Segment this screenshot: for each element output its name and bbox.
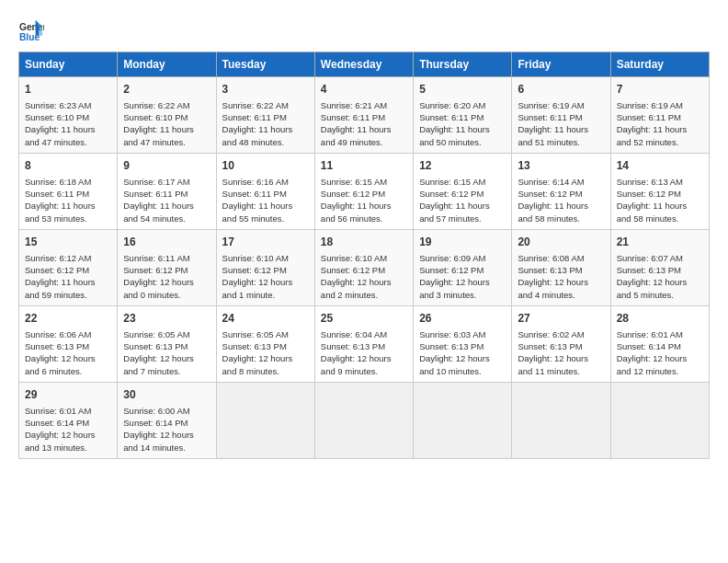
calendar-cell: 14Sunrise: 6:13 AM Sunset: 6:12 PM Dayli… [610,153,709,229]
day-info: Sunrise: 6:07 AM Sunset: 6:13 PM Dayligh… [617,252,703,301]
calendar-cell: 7Sunrise: 6:19 AM Sunset: 6:11 PM Daylig… [610,77,709,154]
day-info: Sunrise: 6:00 AM Sunset: 6:14 PM Dayligh… [123,405,210,454]
calendar-cell: 17Sunrise: 6:10 AM Sunset: 6:12 PM Dayli… [216,229,314,305]
calendar-cell [610,382,709,458]
calendar-cell: 4Sunrise: 6:21 AM Sunset: 6:11 PM Daylig… [314,77,413,154]
calendar-cell: 18Sunrise: 6:10 AM Sunset: 6:12 PM Dayli… [314,229,413,305]
calendar-cell: 22Sunrise: 6:06 AM Sunset: 6:13 PM Dayli… [19,305,118,382]
calendar-week-1: 1Sunrise: 6:23 AM Sunset: 6:10 PM Daylig… [19,77,710,154]
day-number: 23 [123,311,210,327]
calendar-cell: 23Sunrise: 6:05 AM Sunset: 6:13 PM Dayli… [118,305,216,382]
day-number: 4 [321,82,407,98]
day-info: Sunrise: 6:06 AM Sunset: 6:13 PM Dayligh… [25,328,111,377]
day-number: 9 [123,158,210,174]
page-header: General Blue [18,18,710,44]
calendar-cell: 6Sunrise: 6:19 AM Sunset: 6:11 PM Daylig… [512,77,610,154]
weekday-header-sunday: Sunday [19,52,118,77]
day-number: 26 [419,311,506,327]
calendar-cell: 27Sunrise: 6:02 AM Sunset: 6:13 PM Dayli… [512,305,610,382]
calendar-cell: 10Sunrise: 6:16 AM Sunset: 6:11 PM Dayli… [216,153,314,229]
day-number: 12 [419,158,506,174]
day-info: Sunrise: 6:01 AM Sunset: 6:14 PM Dayligh… [617,328,703,377]
day-number: 1 [25,82,111,98]
logo: General Blue [18,18,48,44]
calendar-cell: 28Sunrise: 6:01 AM Sunset: 6:14 PM Dayli… [610,305,709,382]
day-number: 21 [617,235,703,250]
day-number: 28 [617,311,703,327]
day-number: 2 [123,82,210,98]
day-info: Sunrise: 6:18 AM Sunset: 6:11 PM Dayligh… [25,176,111,224]
day-info: Sunrise: 6:19 AM Sunset: 6:11 PM Dayligh… [518,99,604,148]
day-number: 13 [518,158,604,174]
calendar-week-2: 8Sunrise: 6:18 AM Sunset: 6:11 PM Daylig… [19,153,710,229]
day-number: 8 [25,158,111,174]
day-number: 5 [419,82,506,98]
calendar-table: SundayMondayTuesdayWednesdayThursdayFrid… [18,52,710,459]
day-number: 11 [321,158,407,174]
day-number: 16 [123,235,210,250]
calendar-cell: 5Sunrise: 6:20 AM Sunset: 6:11 PM Daylig… [414,77,512,154]
calendar-cell: 13Sunrise: 6:14 AM Sunset: 6:12 PM Dayli… [512,153,610,229]
calendar-cell: 15Sunrise: 6:12 AM Sunset: 6:12 PM Dayli… [19,229,118,305]
logo-icon: General Blue [18,18,44,44]
day-info: Sunrise: 6:13 AM Sunset: 6:12 PM Dayligh… [617,176,703,224]
calendar-cell: 11Sunrise: 6:15 AM Sunset: 6:12 PM Dayli… [314,153,413,229]
day-number: 7 [617,82,703,98]
calendar-cell [216,382,314,458]
calendar-cell: 2Sunrise: 6:22 AM Sunset: 6:10 PM Daylig… [118,77,216,154]
calendar-week-3: 15Sunrise: 6:12 AM Sunset: 6:12 PM Dayli… [19,229,710,305]
day-info: Sunrise: 6:09 AM Sunset: 6:12 PM Dayligh… [419,252,506,301]
day-info: Sunrise: 6:03 AM Sunset: 6:13 PM Dayligh… [419,328,506,377]
weekday-header-tuesday: Tuesday [216,52,314,77]
day-info: Sunrise: 6:08 AM Sunset: 6:13 PM Dayligh… [518,252,604,301]
day-number: 30 [123,387,210,403]
day-info: Sunrise: 6:04 AM Sunset: 6:13 PM Dayligh… [321,328,407,377]
day-number: 14 [617,158,703,174]
day-number: 19 [419,235,506,250]
day-info: Sunrise: 6:10 AM Sunset: 6:12 PM Dayligh… [321,252,407,301]
day-number: 27 [518,311,604,327]
calendar-cell: 1Sunrise: 6:23 AM Sunset: 6:10 PM Daylig… [19,77,118,154]
day-info: Sunrise: 6:05 AM Sunset: 6:13 PM Dayligh… [222,328,309,377]
day-info: Sunrise: 6:22 AM Sunset: 6:11 PM Dayligh… [222,99,309,148]
day-number: 18 [321,235,407,250]
calendar-cell [314,382,413,458]
day-number: 15 [25,235,111,250]
day-info: Sunrise: 6:10 AM Sunset: 6:12 PM Dayligh… [222,252,309,301]
calendar-cell [414,382,512,458]
calendar-week-5: 29Sunrise: 6:01 AM Sunset: 6:14 PM Dayli… [19,382,710,458]
day-info: Sunrise: 6:22 AM Sunset: 6:10 PM Dayligh… [123,99,210,148]
calendar-cell: 9Sunrise: 6:17 AM Sunset: 6:11 PM Daylig… [118,153,216,229]
calendar-week-4: 22Sunrise: 6:06 AM Sunset: 6:13 PM Dayli… [19,305,710,382]
calendar-cell: 3Sunrise: 6:22 AM Sunset: 6:11 PM Daylig… [216,77,314,154]
calendar-cell: 8Sunrise: 6:18 AM Sunset: 6:11 PM Daylig… [19,153,118,229]
day-info: Sunrise: 6:02 AM Sunset: 6:13 PM Dayligh… [518,328,604,377]
weekday-header-saturday: Saturday [610,52,709,77]
weekday-header-wednesday: Wednesday [314,52,413,77]
day-info: Sunrise: 6:15 AM Sunset: 6:12 PM Dayligh… [321,176,407,224]
day-info: Sunrise: 6:20 AM Sunset: 6:11 PM Dayligh… [419,99,506,148]
day-number: 10 [222,158,309,174]
calendar-cell: 24Sunrise: 6:05 AM Sunset: 6:13 PM Dayli… [216,305,314,382]
weekday-header-thursday: Thursday [414,52,512,77]
calendar-cell [512,382,610,458]
day-number: 17 [222,235,309,250]
day-info: Sunrise: 6:12 AM Sunset: 6:12 PM Dayligh… [25,252,111,301]
day-number: 29 [25,387,111,403]
calendar-cell: 19Sunrise: 6:09 AM Sunset: 6:12 PM Dayli… [414,229,512,305]
calendar-cell: 30Sunrise: 6:00 AM Sunset: 6:14 PM Dayli… [118,382,216,458]
day-info: Sunrise: 6:05 AM Sunset: 6:13 PM Dayligh… [123,328,210,377]
header-row: SundayMondayTuesdayWednesdayThursdayFrid… [19,52,710,77]
calendar-cell: 29Sunrise: 6:01 AM Sunset: 6:14 PM Dayli… [19,382,118,458]
calendar-cell: 20Sunrise: 6:08 AM Sunset: 6:13 PM Dayli… [512,229,610,305]
day-info: Sunrise: 6:19 AM Sunset: 6:11 PM Dayligh… [617,99,703,148]
day-info: Sunrise: 6:21 AM Sunset: 6:11 PM Dayligh… [321,99,407,148]
calendar-cell: 26Sunrise: 6:03 AM Sunset: 6:13 PM Dayli… [414,305,512,382]
day-number: 6 [518,82,604,98]
day-number: 3 [222,82,309,98]
day-number: 20 [518,235,604,250]
day-number: 25 [321,311,407,327]
calendar-cell: 21Sunrise: 6:07 AM Sunset: 6:13 PM Dayli… [610,229,709,305]
day-info: Sunrise: 6:14 AM Sunset: 6:12 PM Dayligh… [518,176,604,224]
calendar-cell: 12Sunrise: 6:15 AM Sunset: 6:12 PM Dayli… [414,153,512,229]
